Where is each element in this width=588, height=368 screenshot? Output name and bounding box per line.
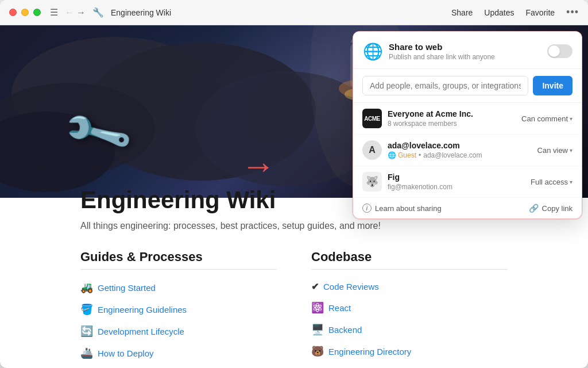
close-button[interactable] — [9, 9, 17, 16]
list-item[interactable]: 🚜 Getting Started — [80, 277, 277, 298]
svg-point-3 — [195, 71, 379, 186]
list-item[interactable]: 🚢 How to Deploy — [80, 342, 277, 364]
item-label: Engineering Directory — [328, 347, 411, 356]
wrench-icon: 🔧 — [92, 7, 104, 18]
share-popup: 🌐 Share to web Publish and share link wi… — [353, 31, 582, 219]
updates-button[interactable]: Updates — [484, 8, 514, 17]
share-member-fig: 🐺 Fig fig@makenotion.com Full access ▾ — [353, 166, 582, 198]
member-name: ada@lovelace.com — [388, 141, 537, 150]
guest-badge: 🌐 Guest — [388, 151, 416, 159]
minimize-button[interactable] — [21, 9, 29, 16]
member-sub: 🌐 Guest • ada@lovelace.com — [388, 151, 537, 159]
item-label: Code Reviews — [323, 282, 379, 292]
member-info-acme: Everyone at Acme Inc. 8 workspace member… — [388, 109, 521, 128]
hamburger-icon[interactable]: ☰ — [50, 7, 58, 18]
titlebar-right: Share Updates Favorite ••• — [451, 6, 579, 18]
list-item[interactable]: 🐻 Engineering Directory — [311, 340, 508, 362]
section-items-guides: 🚜 Getting Started 🪣 Engineering Guidelin… — [80, 277, 277, 364]
main-content: 🔧 → Engineering Wiki All things engineer… — [0, 25, 588, 368]
monitor-icon: 🖥️ — [311, 323, 324, 336]
section-guides: Guides & Processes 🚜 Getting Started 🪣 E… — [80, 250, 277, 364]
item-label: React — [328, 303, 351, 313]
page-subtitle: All things engineering: processes, best … — [80, 221, 508, 231]
share-header: 🌐 Share to web Publish and share link wi… — [353, 32, 582, 69]
list-item[interactable]: 🔄 Development Lifecycle — [80, 320, 277, 342]
item-label: Engineering Guidelines — [98, 305, 187, 315]
globe-icon: 🌐 — [362, 41, 383, 62]
titlebar-controls: ☰ ← → 🔧 Engineering Wiki — [50, 7, 171, 18]
link-icon: 🔗 — [529, 204, 539, 213]
member-name: Fig — [388, 172, 531, 182]
learn-about-sharing-button[interactable]: i Learn about sharing — [362, 204, 442, 213]
share-header-text: Share to web Publish and share link with… — [389, 42, 547, 61]
nav-arrows: ← → — [65, 7, 86, 18]
hero-arrow: → — [241, 146, 276, 186]
invite-input[interactable] — [362, 76, 528, 95]
item-emoji: 🚜 — [80, 281, 93, 294]
favorite-button[interactable]: Favorite — [526, 8, 555, 17]
traffic-lights — [9, 9, 41, 16]
guest-globe-icon: 🌐 — [388, 151, 396, 159]
section-codebase: Codebase ✔ Code Reviews ⚛️ React 🖥️ Bac — [311, 250, 508, 364]
member-info-ada: ada@lovelace.com 🌐 Guest • ada@lovelace.… — [388, 141, 537, 159]
section-items-codebase: ✔ Code Reviews ⚛️ React 🖥️ Backend 🐻 — [311, 277, 508, 362]
member-info-fig: Fig fig@makenotion.com — [388, 172, 531, 191]
item-label: Backend — [328, 325, 362, 335]
hero-wrench-emoji: 🔧 — [59, 95, 136, 170]
member-sub: fig@makenotion.com — [388, 183, 531, 191]
avatar-fig: 🐺 — [362, 172, 382, 191]
item-emoji: 🔄 — [80, 325, 93, 338]
share-button[interactable]: Share — [451, 8, 473, 17]
svg-point-1 — [86, 43, 316, 181]
list-item[interactable]: 🖥️ Backend — [311, 319, 508, 340]
list-item[interactable]: ⚛️ React — [311, 297, 508, 319]
titlebar: ☰ ← → 🔧 Engineering Wiki Share Updates F… — [0, 0, 588, 25]
forward-arrow-icon[interactable]: → — [76, 7, 86, 18]
window-title: Engineering Wiki — [111, 8, 171, 17]
permission-fig[interactable]: Full access ▾ — [531, 178, 572, 186]
member-name: Everyone at Acme Inc. — [388, 109, 521, 118]
share-toggle[interactable] — [547, 44, 572, 58]
share-title: Share to web — [389, 42, 547, 52]
item-emoji: 🚢 — [80, 347, 93, 359]
chevron-down-icon: ▾ — [570, 116, 572, 122]
invite-button[interactable]: Invite — [533, 76, 572, 95]
item-label: Getting Started — [98, 283, 156, 293]
section-title-codebase: Codebase — [311, 250, 508, 270]
back-arrow-icon[interactable]: ← — [65, 7, 74, 18]
check-icon: ✔ — [311, 281, 319, 292]
item-emoji: 🪣 — [80, 303, 93, 316]
list-item[interactable]: ✔ Code Reviews — [311, 277, 508, 297]
share-footer: i Learn about sharing 🔗 Copy link — [353, 198, 582, 218]
chevron-down-icon: ▾ — [570, 179, 572, 185]
bear-icon: 🐻 — [311, 345, 324, 358]
share-member-ada: A ada@lovelace.com 🌐 Guest • ada@lovelac… — [353, 135, 582, 166]
permission-acme[interactable]: Can comment ▾ — [521, 114, 572, 123]
info-icon: i — [362, 204, 372, 213]
avatar-ada: A — [362, 140, 382, 160]
member-sub: 8 workspace members — [388, 120, 521, 128]
share-member-acme: ACME Everyone at Acme Inc. 8 workspace m… — [353, 103, 582, 135]
share-subtitle: Publish and share link with anyone — [389, 53, 547, 61]
section-title-guides: Guides & Processes — [80, 250, 277, 270]
item-label: Development Lifecycle — [98, 327, 184, 336]
more-button[interactable]: ••• — [566, 6, 579, 18]
maximize-button[interactable] — [33, 9, 41, 16]
copy-link-button[interactable]: 🔗 Copy link — [529, 204, 572, 213]
app-window: ☰ ← → 🔧 Engineering Wiki Share Updates F… — [0, 0, 588, 368]
chevron-down-icon: ▾ — [570, 147, 572, 154]
sections-row: Guides & Processes 🚜 Getting Started 🪣 E… — [80, 250, 508, 364]
invite-row: Invite — [353, 69, 582, 103]
react-icon: ⚛️ — [311, 301, 324, 314]
item-label: How to Deploy — [98, 348, 154, 358]
permission-ada[interactable]: Can view ▾ — [537, 146, 572, 155]
avatar-acme: ACME — [362, 109, 382, 128]
list-item[interactable]: 🪣 Engineering Guidelines — [80, 298, 277, 320]
